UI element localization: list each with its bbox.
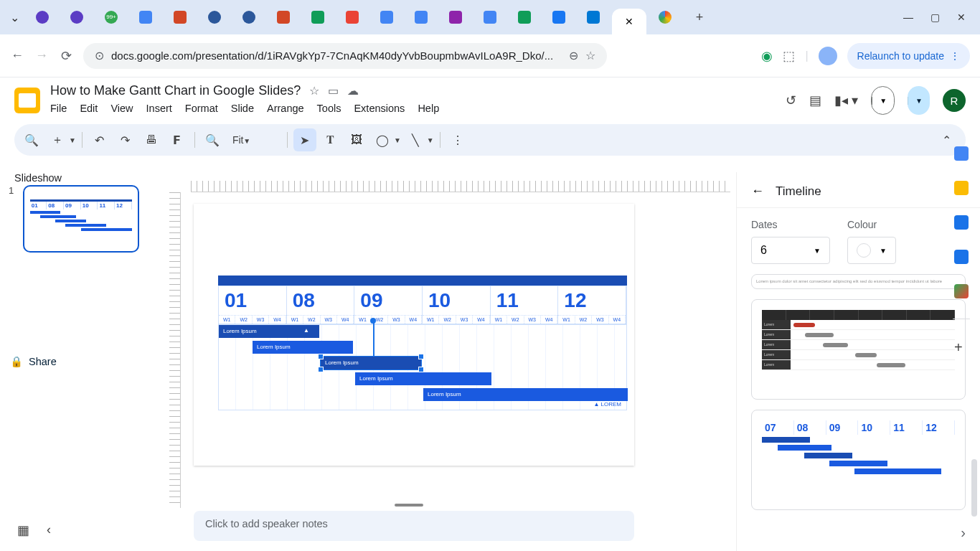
tab-6[interactable] — [199, 6, 230, 29]
move-icon[interactable]: ▭ — [328, 84, 339, 98]
tab-15[interactable] — [509, 6, 540, 29]
maximize-icon[interactable]: ▢ — [930, 11, 940, 23]
address-bar[interactable]: ⊙ docs.google.com/presentation/d/1iRAVgk… — [83, 43, 607, 69]
close-window-icon[interactable]: ✕ — [957, 11, 966, 23]
tab-8[interactable] — [268, 6, 299, 29]
new-tab-button[interactable]: + — [684, 6, 715, 29]
panel-title: Timeline — [776, 184, 945, 199]
template-partial[interactable]: Lorem ipsum dolor sit amet consectetur a… — [751, 274, 966, 289]
tab-14[interactable] — [474, 6, 506, 29]
new-slide-dropdown-icon[interactable]: ▼ — [69, 136, 76, 144]
cloud-icon[interactable]: ☁ — [347, 84, 359, 98]
share-button[interactable]: 🔒Share ▼ — [908, 86, 930, 115]
tab-16[interactable] — [543, 6, 575, 29]
calendar-icon[interactable] — [954, 146, 969, 161]
paint-format-icon[interactable]: 𝗙 — [166, 128, 189, 151]
slides-logo-icon[interactable] — [14, 88, 40, 113]
addons-plus-icon[interactable]: + — [954, 339, 969, 354]
menu-format[interactable]: Format — [185, 100, 218, 117]
history-icon[interactable]: ↺ — [786, 93, 796, 108]
app-header: How to Make Gantt Chart in Google Slides… — [0, 77, 980, 117]
slide-thumbnail-1[interactable]: 010809101112 — [23, 185, 139, 253]
menu-slide[interactable]: Slide — [231, 100, 254, 117]
site-info-icon[interactable]: ⊙ — [95, 49, 104, 62]
new-slide-icon[interactable]: ＋ — [46, 128, 69, 151]
menu-insert[interactable]: Insert — [146, 100, 172, 117]
doc-title[interactable]: How to Make Gantt Chart in Google Slides… — [50, 83, 301, 98]
profile-avatar[interactable] — [819, 47, 837, 65]
menu-help[interactable]: Help — [418, 100, 439, 117]
notes-resize-handle[interactable] — [395, 504, 423, 507]
menu-file[interactable]: File — [50, 100, 67, 117]
minimize-icon[interactable]: ― — [903, 11, 913, 23]
menu-view[interactable]: View — [110, 100, 133, 117]
tab-10[interactable] — [336, 6, 368, 29]
tab-5[interactable] — [164, 6, 196, 29]
tasks-icon[interactable] — [954, 215, 969, 230]
ruler-vertical — [169, 192, 181, 508]
zoom-icon[interactable]: 🔍 — [201, 128, 224, 151]
tab-11[interactable] — [371, 6, 402, 29]
extension-icon-1[interactable]: ◉ — [761, 48, 773, 64]
tab-3[interactable]: 99+ — [95, 6, 127, 29]
menu-edit[interactable]: Edit — [80, 100, 98, 117]
colour-dropdown[interactable]: ▼ — [847, 237, 896, 264]
menu-arrange[interactable]: Arrange — [267, 100, 304, 117]
gantt-chart[interactable]: 01W1W2W3W408W1W2W3W409W1W2W3W410W1W2W3W4… — [218, 276, 627, 410]
tab-17[interactable] — [578, 6, 609, 29]
tab-2[interactable] — [61, 6, 93, 29]
reload-icon[interactable]: ⟳ — [59, 49, 73, 63]
tab-12[interactable] — [405, 6, 437, 29]
more-icon[interactable]: ⋮ — [446, 128, 469, 151]
grid-view-icon[interactable]: ▦ — [17, 522, 29, 538]
panel-next-icon[interactable]: › — [961, 524, 966, 541]
slideshow-dropdown-icon[interactable]: ▼ — [872, 97, 894, 105]
close-icon[interactable]: ✕ — [625, 16, 633, 27]
share-dropdown-icon[interactable]: ▼ — [908, 97, 930, 105]
tab-7[interactable] — [233, 6, 265, 29]
tab-9[interactable] — [302, 6, 334, 29]
zoom-selector[interactable]: Fit ▼ — [227, 134, 281, 146]
line-icon[interactable]: ╲ — [404, 128, 427, 151]
image-icon[interactable]: 🖼 — [345, 128, 368, 151]
panel-scrollbar[interactable] — [971, 459, 977, 517]
extensions-icon[interactable]: ⬚ — [783, 48, 795, 64]
tab-4[interactable] — [130, 6, 161, 29]
tab-1[interactable] — [27, 6, 58, 29]
undo-icon[interactable]: ↶ — [88, 128, 111, 151]
bookmark-icon[interactable]: ☆ — [585, 49, 595, 62]
slide-canvas[interactable]: 01W1W2W3W408W1W2W3W409W1W2W3W410W1W2W3W4… — [194, 204, 634, 466]
zoom-out-icon[interactable]: ⊖ — [569, 49, 578, 62]
tab-active[interactable]: ✕ — [612, 9, 646, 34]
tabs-dropdown-icon[interactable]: ⌄ — [6, 11, 24, 24]
maps-icon[interactable] — [954, 284, 969, 298]
toolbar: 🔍 ＋▼ ↶ ↷ 🖶 𝗙 🔍 Fit ▼ ➤ 𝐓 🖼 ◯▼ ╲▼ ⋮ ⌃ — [14, 124, 966, 156]
tab-13[interactable] — [440, 6, 471, 29]
account-avatar[interactable]: R — [943, 89, 966, 112]
keep-icon[interactable] — [954, 181, 969, 195]
star-icon[interactable]: ☆ — [309, 84, 319, 98]
template-card-2[interactable]: 070809101112 — [751, 410, 966, 510]
redo-icon[interactable]: ↷ — [114, 128, 137, 151]
print-icon[interactable]: 🖶 — [140, 128, 163, 151]
tab-19[interactable] — [649, 6, 681, 29]
search-menus-icon[interactable]: 🔍 — [20, 128, 43, 151]
contacts-icon[interactable] — [954, 250, 969, 264]
shape-dropdown-icon[interactable]: ▼ — [394, 136, 401, 144]
dates-dropdown[interactable]: 6▼ — [751, 237, 830, 264]
relaunch-button[interactable]: Relaunch to update⋮ — [847, 43, 970, 69]
select-tool-icon[interactable]: ➤ — [293, 128, 316, 151]
line-dropdown-icon[interactable]: ▼ — [427, 136, 434, 144]
meet-icon[interactable]: ▮◂ ▾ — [834, 93, 858, 108]
back-icon[interactable]: ← — [10, 49, 24, 63]
comments-icon[interactable]: ▤ — [809, 93, 821, 108]
shape-icon[interactable]: ◯ — [371, 128, 394, 151]
prev-slide-icon[interactable]: ‹ — [47, 522, 51, 538]
menu-tools[interactable]: Tools — [317, 100, 341, 117]
panel-back-icon[interactable]: ← — [751, 184, 764, 199]
textbox-icon[interactable]: 𝐓 — [319, 128, 342, 151]
menu-extensions[interactable]: Extensions — [354, 100, 405, 117]
speaker-notes[interactable]: Click to add speaker notes — [194, 511, 634, 541]
template-card-1[interactable]: Lorem Lorem Lorem Lorem Lorem — [751, 299, 966, 400]
slideshow-button[interactable]: Slideshow ▼ — [871, 86, 895, 115]
